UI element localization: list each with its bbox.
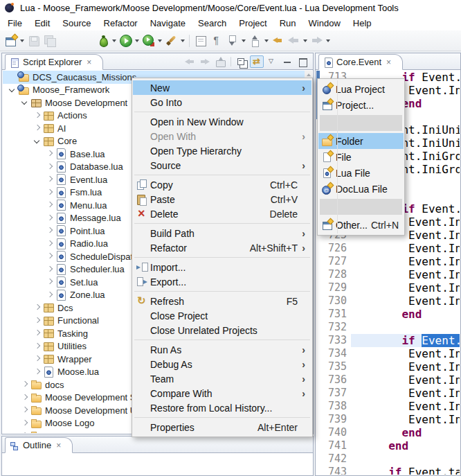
toolbar-button[interactable] [141, 33, 163, 49]
tree-expand-arrow-icon[interactable] [19, 430, 30, 433]
submenu-item[interactable]: Folder [318, 133, 404, 149]
h-sep-icon[interactable] [230, 57, 231, 67]
tree-expand-arrow-icon[interactable] [44, 225, 55, 236]
toolbar-button[interactable] [42, 33, 57, 49]
tree-expand-arrow-icon[interactable] [19, 405, 30, 416]
submenu-item[interactable]: Other... Ctrl+N [318, 217, 404, 233]
menu-item[interactable]: Open Type Hierarchy [133, 143, 311, 158]
toolbar-button[interactable] [95, 33, 118, 49]
tree-expand-arrow-icon[interactable] [19, 418, 30, 429]
close-icon[interactable]: × [56, 441, 61, 450]
close-icon[interactable]: × [386, 58, 391, 67]
dropdown-arrow-icon[interactable] [158, 39, 162, 42]
menu-item[interactable]: New [133, 80, 311, 95]
tree-expand-arrow-icon[interactable] [32, 367, 43, 378]
tab-core-event[interactable]: Core.Event × [318, 54, 403, 70]
menu-item[interactable]: Paste Ctrl+V [133, 192, 311, 206]
menu-item[interactable]: Compare With [133, 386, 311, 400]
on-icon[interactable] [250, 55, 264, 68]
submenu-item[interactable]: Lua Project [318, 81, 404, 97]
submenu-item[interactable]: Lua File [318, 165, 404, 181]
dropdown-arrow-icon[interactable] [326, 39, 330, 42]
submenu-item[interactable]: File [318, 149, 404, 165]
tab-outline[interactable]: Outline × [5, 437, 73, 453]
menu-item[interactable] [134, 175, 310, 175]
menu-item[interactable]: Build Path [133, 226, 311, 240]
menu-item[interactable]: Debug As [133, 357, 311, 371]
submenu-item[interactable] [320, 115, 402, 131]
dropdown-arrow-icon[interactable] [264, 39, 269, 42]
menu-item[interactable] [134, 417, 310, 418]
tree-expand-arrow-icon[interactable] [44, 174, 55, 185]
tree-expand-arrow-icon[interactable] [44, 148, 55, 159]
menubar-item[interactable]: Edit [28, 16, 56, 30]
tree-expand-arrow-icon[interactable] [19, 379, 30, 390]
tree-expand-arrow-icon[interactable] [44, 264, 55, 275]
dropdown-arrow-icon[interactable] [242, 39, 246, 42]
toolbar-button[interactable] [309, 33, 332, 49]
toolbar-button[interactable] [270, 33, 286, 49]
menu-item[interactable]: Run As [133, 342, 311, 357]
close-icon[interactable]: × [87, 58, 91, 67]
h-forward-icon[interactable] [198, 55, 212, 68]
h-back-icon[interactable] [183, 55, 197, 68]
menu-item[interactable]: Refresh F5 [133, 294, 311, 308]
menubar-item[interactable]: Run [273, 16, 302, 30]
menu-item[interactable]: Open With [133, 129, 311, 143]
menu-item[interactable] [134, 257, 310, 258]
tree-expand-arrow-icon[interactable] [32, 136, 43, 147]
dropdown-arrow-icon[interactable] [135, 39, 139, 42]
dropdown-arrow-icon[interactable] [20, 39, 24, 42]
toolbar-button[interactable] [192, 33, 208, 49]
submenu-item[interactable]: Project... [318, 97, 404, 113]
h-max-icon[interactable] [296, 55, 309, 68]
menubar-item[interactable]: Navigate [144, 16, 192, 30]
toolbar-button[interactable] [208, 33, 224, 49]
menubar-item[interactable]: Help [347, 16, 378, 30]
menubar-item[interactable]: Project [233, 16, 273, 30]
tree-expand-arrow-icon[interactable] [44, 187, 55, 198]
tree-expand-arrow-icon[interactable] [32, 341, 43, 352]
menu-item[interactable]: Restore from Local History... [133, 400, 311, 415]
menu-item[interactable]: Export... [133, 274, 311, 289]
tree-expand-arrow-icon[interactable] [7, 85, 18, 96]
toolbar-button[interactable] [26, 33, 42, 49]
menu-item[interactable]: Import... [133, 260, 311, 274]
menubar-item[interactable]: Window [302, 16, 347, 30]
tree-expand-arrow-icon[interactable] [44, 161, 55, 173]
menubar-item[interactable]: Refactor [98, 16, 144, 30]
menu-item[interactable] [134, 291, 310, 292]
h-up-icon[interactable] [213, 55, 227, 68]
dropdown-arrow-icon[interactable] [112, 39, 116, 42]
menu-item[interactable] [134, 112, 310, 112]
tree-expand-arrow-icon[interactable] [19, 392, 30, 403]
h-min-icon[interactable] [280, 55, 294, 68]
menubar-item[interactable]: Source [56, 16, 97, 30]
toolbar-button[interactable] [118, 33, 141, 49]
tree-expand-arrow-icon[interactable] [32, 353, 43, 364]
toolbar-button[interactable] [3, 33, 26, 49]
tree-expand-arrow-icon[interactable] [44, 238, 55, 249]
menu-item[interactable]: Copy Ctrl+C [133, 177, 311, 192]
dropdown-arrow-icon[interactable] [181, 39, 185, 42]
tree-expand-arrow-icon[interactable] [19, 97, 30, 108]
menu-item[interactable]: Properties Alt+Enter [133, 420, 311, 434]
tree-expand-arrow-icon[interactable] [32, 302, 43, 313]
tree-expand-arrow-icon[interactable] [44, 290, 55, 301]
submenu-item[interactable]: DocLua File [318, 181, 404, 197]
menu-item[interactable]: Open in New Window [133, 114, 311, 129]
menu-item[interactable]: Close Unrelated Projects [133, 323, 311, 337]
dropdown-arrow-icon[interactable] [303, 39, 307, 42]
toolbar-button[interactable] [57, 33, 95, 49]
menu-item[interactable] [134, 340, 310, 340]
h-viewmenu-icon[interactable] [265, 55, 279, 68]
tree-expand-arrow-icon[interactable] [44, 276, 55, 288]
tree-expand-arrow-icon[interactable] [32, 110, 43, 121]
toolbar-button[interactable] [163, 33, 186, 49]
menu-item[interactable] [134, 223, 310, 224]
tree-expand-arrow-icon[interactable] [32, 315, 43, 326]
tree-expand-arrow-icon[interactable] [7, 71, 18, 82]
menubar-item[interactable]: Search [192, 16, 233, 30]
menu-item[interactable]: Go Into [133, 95, 311, 109]
toolbar-button[interactable] [224, 33, 247, 49]
